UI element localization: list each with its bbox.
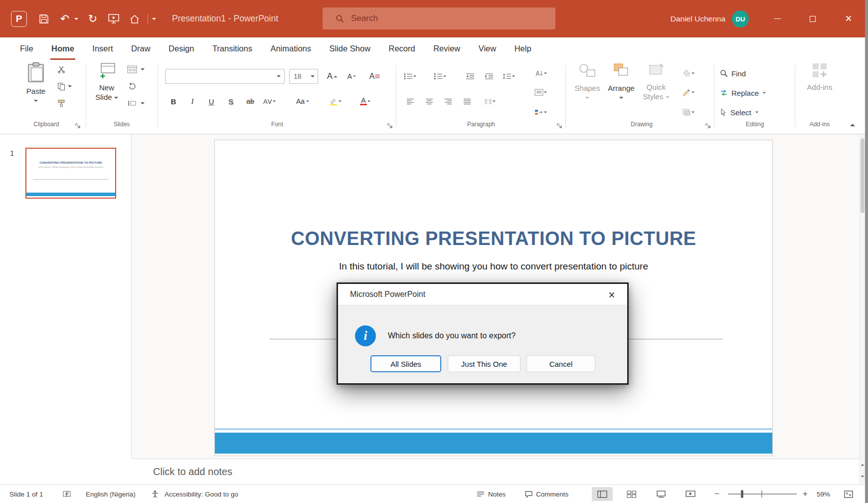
notes-area[interactable]: Click to add notes <box>132 459 860 485</box>
text-shadow-button[interactable]: S <box>224 95 237 108</box>
home-quick-button[interactable] <box>125 0 145 37</box>
decrease-indent-button[interactable] <box>464 70 477 83</box>
grow-font-button[interactable]: A <box>326 70 339 83</box>
tab-animations[interactable]: Animations <box>262 37 319 60</box>
paste-button[interactable]: Paste <box>20 62 52 104</box>
collapse-ribbon-button[interactable] <box>847 119 859 131</box>
undo-dropdown[interactable] <box>73 0 80 37</box>
format-painter-button[interactable] <box>56 98 67 109</box>
section-button[interactable] <box>127 98 138 109</box>
normal-view-button[interactable] <box>592 487 613 501</box>
italic-button[interactable]: I <box>186 95 199 108</box>
highlight-color-button[interactable] <box>329 95 342 108</box>
underline-button[interactable]: U <box>205 95 218 108</box>
just-this-one-button[interactable]: Just This One <box>448 355 521 372</box>
line-spacing-button[interactable] <box>503 70 516 83</box>
dialog-close-button[interactable]: × <box>604 287 619 302</box>
save-button[interactable] <box>33 0 55 37</box>
tab-design[interactable]: Design <box>161 37 202 60</box>
select-button[interactable]: Select <box>720 106 759 119</box>
search-input[interactable] <box>351 13 521 23</box>
shapes-button[interactable]: Shapes <box>571 62 603 101</box>
tab-home[interactable]: Home <box>43 37 82 60</box>
zoom-slider-thumb[interactable] <box>741 490 743 498</box>
language-indicator[interactable]: English (Nigeria) <box>86 485 136 503</box>
slide-sorter-view-button[interactable] <box>621 487 642 501</box>
replace-button[interactable]: Replace <box>720 86 766 99</box>
bullets-button[interactable] <box>404 70 417 83</box>
slide-indicator[interactable]: Slide 1 of 1 <box>9 485 43 503</box>
numbering-button[interactable] <box>434 70 447 83</box>
notes-toggle[interactable]: Notes <box>476 485 506 503</box>
slide-thumbnail[interactable]: CONVERTING PRESENTATION TO PICTURE In th… <box>25 148 116 199</box>
section-dropdown[interactable] <box>140 98 146 109</box>
minimize-button[interactable] <box>761 0 793 37</box>
copy-dropdown[interactable] <box>67 81 73 92</box>
fit-to-window-button[interactable] <box>844 485 853 503</box>
zoom-out-button[interactable]: − <box>714 485 719 503</box>
tab-draw[interactable]: Draw <box>123 37 159 60</box>
avatar[interactable]: DU <box>732 10 749 27</box>
zoom-slider-track[interactable] <box>728 494 797 495</box>
user-name[interactable]: Daniel Uchenna <box>656 0 725 37</box>
reading-view-button[interactable] <box>651 487 672 501</box>
arrange-button[interactable]: Arrange <box>605 62 637 101</box>
layout-dropdown[interactable] <box>140 64 146 75</box>
scroll-up-button[interactable] <box>860 460 865 470</box>
shape-fill-button[interactable] <box>682 67 695 80</box>
drawing-dialog-launcher[interactable] <box>705 122 711 131</box>
tab-insert[interactable]: Insert <box>84 37 121 60</box>
clear-formatting-button[interactable]: A <box>368 70 381 83</box>
strikethrough-button[interactable]: ab <box>244 95 257 108</box>
accessibility-status[interactable]: Accessibility: Good to go <box>165 485 238 503</box>
align-left-button[interactable] <box>404 95 417 108</box>
slideshow-view-button[interactable] <box>680 487 701 501</box>
undo-button[interactable]: ↶ <box>56 0 74 37</box>
zoom-level[interactable]: 59% <box>817 485 830 503</box>
increase-indent-button[interactable] <box>483 70 496 83</box>
scrollbar-thumb[interactable] <box>861 138 865 213</box>
text-direction-button[interactable] <box>534 67 547 80</box>
columns-button[interactable] <box>484 95 497 108</box>
find-button[interactable]: Find <box>720 67 746 80</box>
addins-button[interactable]: Add-ins <box>804 62 836 92</box>
justify-button[interactable] <box>461 95 474 108</box>
align-text-button[interactable] <box>534 86 547 99</box>
cancel-button[interactable]: Cancel <box>526 355 595 372</box>
font-color-button[interactable]: A <box>359 95 372 108</box>
shape-outline-button[interactable] <box>682 86 695 99</box>
shape-effects-button[interactable] <box>682 106 695 119</box>
cut-button[interactable] <box>56 64 67 75</box>
zoom-in-button[interactable]: + <box>803 485 808 503</box>
font-dialog-launcher[interactable] <box>387 122 393 131</box>
font-size-combo[interactable]: 18 <box>289 69 318 84</box>
tab-view[interactable]: View <box>471 37 504 60</box>
tab-slide-show[interactable]: Slide Show <box>322 37 379 60</box>
tab-transitions[interactable]: Transitions <box>204 37 260 60</box>
tab-review[interactable]: Review <box>425 37 468 60</box>
scroll-down-button[interactable] <box>860 472 865 482</box>
font-name-combo[interactable] <box>165 69 285 84</box>
change-case-button[interactable]: Aa <box>296 95 310 108</box>
convert-smartart-button[interactable] <box>534 106 547 119</box>
redo-button[interactable]: ↻ <box>84 0 102 37</box>
maximize-button[interactable] <box>797 0 829 37</box>
quick-styles-button[interactable]: Quick Styles <box>639 62 673 101</box>
align-right-button[interactable] <box>442 95 455 108</box>
align-center-button[interactable] <box>423 95 436 108</box>
tab-file[interactable]: File <box>12 37 41 60</box>
notes-placeholder[interactable]: Click to add notes <box>153 459 860 484</box>
all-slides-button[interactable]: All Slides <box>370 355 441 372</box>
start-presentation-button[interactable] <box>104 0 124 37</box>
comments-toggle[interactable]: Comments <box>524 485 568 503</box>
tab-help[interactable]: Help <box>507 37 539 60</box>
bold-button[interactable]: B <box>167 95 180 108</box>
slide-subtitle[interactable]: In this tutorial, I will be showing you … <box>215 261 772 272</box>
shrink-font-button[interactable]: A <box>346 70 358 83</box>
powerpoint-logo-icon[interactable]: P <box>7 0 31 37</box>
copy-button[interactable] <box>56 81 67 92</box>
search-box[interactable] <box>323 7 555 29</box>
character-spacing-button[interactable]: AV <box>263 95 276 108</box>
close-button[interactable]: × <box>833 0 865 37</box>
slide-title[interactable]: CONVERTING PRESENTATION TO PICTURE <box>215 228 772 250</box>
